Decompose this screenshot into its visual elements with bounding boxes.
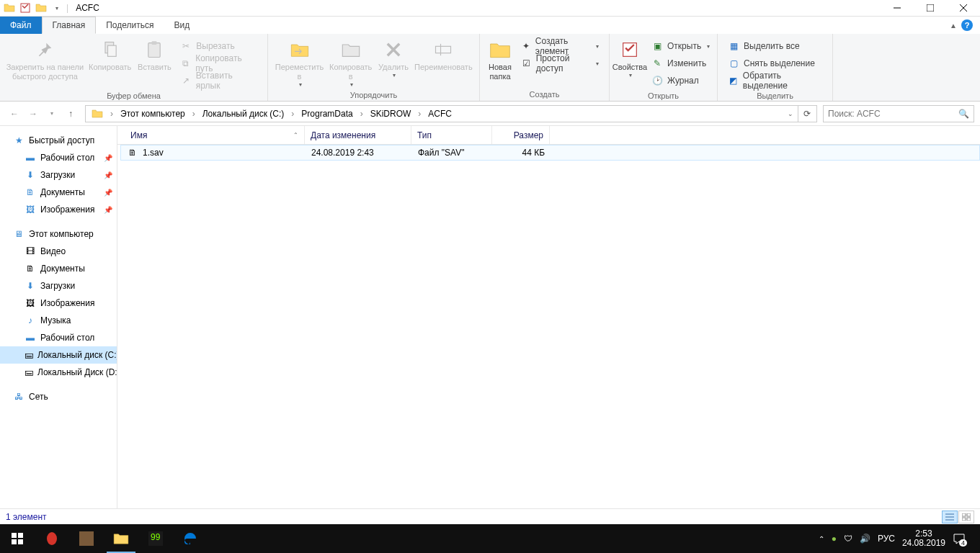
history-button[interactable]: 🕑Журнал	[649, 73, 713, 89]
tab-file[interactable]: Файл	[0, 17, 42, 34]
tray-up-icon[interactable]: ⌃	[819, 535, 824, 543]
select-all-button[interactable]: ▦Выделить все	[725, 38, 825, 54]
sidebar-music[interactable]: ♪Музыка	[0, 312, 117, 329]
taskbar-app[interactable]	[69, 524, 104, 553]
taskbar-opera[interactable]	[35, 524, 69, 553]
sidebar-this-pc[interactable]: 🖥Этот компьютер	[0, 225, 117, 243]
tray-language[interactable]: РУС	[878, 534, 895, 544]
delete-button[interactable]: Удалить▾	[375, 37, 411, 80]
paste-icon	[143, 38, 166, 61]
rename-button[interactable]: Переименовать	[412, 37, 475, 73]
select-none-button[interactable]: ▢Снять выделение	[725, 55, 825, 71]
svg-rect-20	[967, 518, 971, 521]
forward-button[interactable]: →	[24, 105, 42, 122]
search-input[interactable]	[828, 109, 958, 119]
edit-icon: ✎	[651, 58, 663, 69]
pc-icon[interactable]	[87, 106, 107, 122]
breadcrumb-seg[interactable]: Локальный диск (C:)	[198, 106, 289, 122]
copy-path-button[interactable]: ⧉Копировать путь	[177, 55, 260, 71]
col-size[interactable]: Размер	[492, 126, 550, 144]
new-item-button[interactable]: ✦Создать элемент▾	[519, 38, 602, 54]
desktop-icon: ▬	[24, 152, 36, 163]
file-type: Файл "SAV"	[412, 148, 493, 158]
sidebar: ★Быстрый доступ ▬Рабочий стол📌 ⬇Загрузки…	[0, 126, 117, 508]
up-button[interactable]: ↑	[62, 105, 79, 122]
sidebar-documents2[interactable]: 🗎Документы	[0, 260, 117, 277]
easy-access-icon: ☑	[522, 58, 532, 69]
breadcrumb-dropdown-icon[interactable]: ⌄	[783, 106, 798, 122]
group-select-label: Выделить	[718, 90, 832, 102]
refresh-button[interactable]: ⟳	[798, 106, 815, 122]
tray-sync-icon[interactable]: ●	[832, 534, 837, 544]
sidebar-network[interactable]: 🖧Сеть	[0, 388, 117, 405]
search-box[interactable]: 🔍	[823, 105, 974, 122]
help-icon[interactable]: ?	[961, 19, 973, 31]
history-icon: 🕑	[651, 75, 663, 86]
paste-button[interactable]: Вставить	[134, 37, 174, 73]
tray-clock[interactable]: 2:53 24.08.2019	[902, 529, 945, 548]
close-button[interactable]	[947, 0, 980, 17]
delete-icon	[382, 38, 405, 61]
tab-home[interactable]: Главная	[42, 17, 97, 34]
tab-share[interactable]: Поделиться	[96, 17, 164, 34]
taskbar-explorer[interactable]	[104, 524, 138, 553]
sidebar-videos[interactable]: 🎞Видео	[0, 243, 117, 260]
sidebar-local-d[interactable]: 🖴Локальный Диск (D:)	[0, 364, 117, 381]
view-details-button[interactable]	[942, 511, 958, 523]
minimize-button[interactable]	[881, 0, 914, 17]
taskbar-edge[interactable]	[173, 524, 208, 553]
tray-volume-icon[interactable]: 🔊	[860, 534, 870, 544]
move-to-button[interactable]: Переместить в▾	[272, 37, 326, 89]
cut-button[interactable]: ✂Вырезать	[177, 38, 260, 54]
tab-view[interactable]: Вид	[164, 17, 200, 34]
sort-asc-icon: ⌃	[293, 132, 298, 138]
sidebar-desktop2[interactable]: ▬Рабочий стол	[0, 329, 117, 346]
col-type[interactable]: Тип	[411, 126, 492, 144]
copy-button[interactable]: Копировать	[86, 37, 135, 73]
music-icon: ♪	[24, 315, 36, 326]
copy-to-button[interactable]: Копировать в▾	[326, 37, 375, 89]
breadcrumb[interactable]: › Этот компьютер› Локальный диск (C:)› P…	[85, 105, 817, 122]
sidebar-pictures[interactable]: 🖼Изображения📌	[0, 201, 117, 218]
back-button[interactable]: ←	[6, 105, 23, 122]
tray-defender-icon[interactable]: 🛡	[844, 534, 852, 544]
properties-icon	[618, 38, 641, 61]
sidebar-desktop[interactable]: ▬Рабочий стол📌	[0, 149, 117, 166]
sidebar-documents[interactable]: 🗎Документы📌	[0, 184, 117, 201]
easy-access-button[interactable]: ☑Простой доступ▾	[519, 55, 602, 71]
videos-icon: 🎞	[24, 246, 36, 257]
qat-dropdown-icon[interactable]: ▾	[50, 1, 63, 14]
downloads-icon: ⬇	[24, 280, 36, 292]
sidebar-local-c[interactable]: 🖴Локальный диск (C:)	[0, 346, 117, 364]
breadcrumb-seg[interactable]: ACFC	[424, 106, 456, 122]
start-button[interactable]	[0, 524, 35, 553]
breadcrumb-seg[interactable]: Этот компьютер	[116, 106, 190, 122]
ribbon-tabs: Файл Главная Поделиться Вид ▲ ?	[0, 17, 980, 34]
svg-rect-17	[962, 513, 966, 516]
edit-button[interactable]: ✎Изменить	[649, 55, 713, 71]
taskbar-app2[interactable]: 99	[138, 524, 173, 553]
pin-quick-access-button[interactable]: Закрепить на панели быстрого доступа	[4, 37, 86, 83]
sidebar-quick-access[interactable]: ★Быстрый доступ	[0, 132, 117, 149]
recent-dropdown[interactable]: ▾	[43, 105, 61, 122]
tray-notifications-icon[interactable]: 4	[953, 532, 966, 545]
file-row[interactable]: 🗎1.sav 24.08.2019 2:43 Файл "SAV" 44 КБ	[120, 145, 980, 161]
paste-shortcut-button[interactable]: ↗Вставить ярлык	[177, 73, 260, 89]
col-date[interactable]: Дата изменения	[305, 126, 411, 144]
maximize-button[interactable]	[914, 0, 947, 17]
view-large-icons-button[interactable]	[958, 511, 974, 523]
sidebar-pictures2[interactable]: 🖼Изображения	[0, 295, 117, 312]
breadcrumb-seg[interactable]: SKiDROW	[366, 106, 416, 122]
open-button[interactable]: ▣Открыть▾	[649, 38, 713, 54]
breadcrumb-seg[interactable]: ProgramData	[297, 106, 357, 122]
invert-selection-button[interactable]: ◩Обратить выделение	[725, 73, 825, 89]
select-all-icon: ▦	[728, 40, 739, 52]
properties-button[interactable]: Свойства▾	[614, 37, 646, 80]
sidebar-downloads2[interactable]: ⬇Загрузки	[0, 277, 117, 295]
col-name[interactable]: Имя⌃	[125, 126, 305, 144]
ribbon-collapse-icon[interactable]: ▲	[950, 22, 957, 30]
qat-properties-icon[interactable]	[19, 1, 32, 14]
file-icon: 🗎	[127, 147, 138, 158]
new-folder-button[interactable]: Новая папка	[484, 37, 516, 83]
sidebar-downloads[interactable]: ⬇Загрузки📌	[0, 166, 117, 184]
